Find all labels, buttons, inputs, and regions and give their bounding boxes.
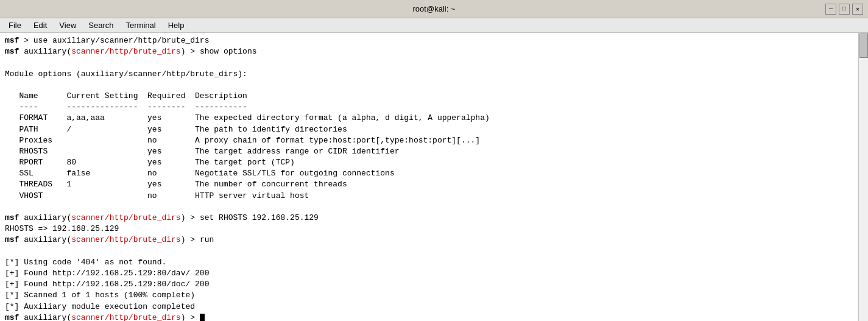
menu-view[interactable]: View xyxy=(53,19,82,31)
close-button[interactable]: ✕ xyxy=(852,4,863,15)
menu-edit[interactable]: Edit xyxy=(27,19,53,31)
minimize-button[interactable]: — xyxy=(825,4,836,15)
title-bar: root@kali: ~ — □ ✕ xyxy=(0,0,868,18)
menu-help[interactable]: Help xyxy=(162,19,191,31)
terminal-window: root@kali: ~ — □ ✕ File Edit View Search… xyxy=(0,0,868,321)
menu-search[interactable]: Search xyxy=(82,19,119,31)
scrollbar[interactable] xyxy=(858,33,868,321)
maximize-button[interactable]: □ xyxy=(839,4,850,15)
scrollbar-thumb[interactable] xyxy=(859,34,868,58)
window-title: root@kali: ~ xyxy=(413,4,456,13)
menu-file[interactable]: File xyxy=(2,19,27,31)
terminal-area[interactable]: msf > use auxiliary/scanner/http/brute_d… xyxy=(0,33,868,321)
menu-bar: File Edit View Search Terminal Help xyxy=(0,18,868,33)
menu-terminal[interactable]: Terminal xyxy=(120,19,162,31)
window-controls: — □ ✕ xyxy=(825,4,863,15)
terminal-output: msf > use auxiliary/scanner/http/brute_d… xyxy=(5,35,863,321)
